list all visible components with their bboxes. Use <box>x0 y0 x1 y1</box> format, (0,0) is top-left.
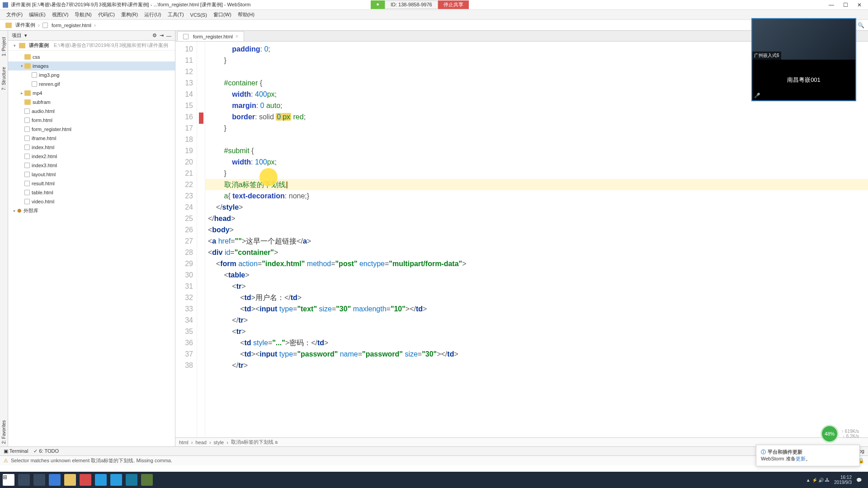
app-icon-3[interactable] <box>141 474 153 486</box>
video-overlay[interactable]: 广州嵌入式6 南昌粤嵌001 🎤 <box>751 18 856 101</box>
search-icon[interactable]: 🔍 <box>858 22 864 28</box>
folder-css[interactable]: css <box>8 52 175 61</box>
status-bar: ⚠ Selector matches unknown element 取消a标签… <box>0 455 868 465</box>
file-video[interactable]: video.html <box>8 197 175 206</box>
start-button[interactable]: ⊞ <box>3 474 14 486</box>
folder-images[interactable]: ▾images <box>8 61 175 70</box>
webstorm-icon[interactable] <box>126 474 137 486</box>
file-form-register[interactable]: form_register.html <box>8 125 175 134</box>
gutter-marks <box>197 42 205 437</box>
tab-project[interactable]: 1: Project <box>0 34 7 59</box>
bottom-toolbar: ▣ Terminal ✓ 6: TODO 📋 Event Log <box>0 446 868 455</box>
edge-icon[interactable] <box>49 474 61 486</box>
breadcrumb: 课件案例 › form_register.html › ▶ ⚙ ■ 🔍 <box>0 20 868 31</box>
taskview-icon[interactable] <box>33 474 45 486</box>
camera-bottom: 南昌粤嵌001 🎤 <box>752 60 855 100</box>
folder-subfram[interactable]: subfram <box>8 98 175 107</box>
breakpoint-icon[interactable] <box>199 113 203 124</box>
share-indicator: ● <box>371 0 385 9</box>
file-index3[interactable]: index3.html <box>8 161 175 170</box>
menu-vcs[interactable]: VCS(S) <box>188 11 210 19</box>
menu-file[interactable]: 文件(F) <box>4 10 25 19</box>
menu-code[interactable]: 代码(C) <box>95 10 118 19</box>
project-tree[interactable]: css ▾images img3.png renren.gif ▸mp4 sub… <box>8 51 175 446</box>
menu-window[interactable]: 窗口(W) <box>211 10 234 19</box>
menu-bar: 文件(F) 编辑(E) 视图(V) 导航(N) 代码(C) 重构(R) 运行(U… <box>0 10 868 20</box>
file-img3[interactable]: img3.png <box>8 70 175 80</box>
collapse-icon[interactable]: ⇥ <box>160 33 164 38</box>
menu-run[interactable]: 运行(U) <box>142 10 164 19</box>
file-table[interactable]: table.html <box>8 188 175 197</box>
todo-tab[interactable]: ✓ 6: TODO <box>33 448 59 454</box>
project-panel: 项目 ▾ ⚙ ⇥ — ▾ 课件案例 E:\粤嵌\暑假合7班\2019年9月3视频… <box>8 31 175 446</box>
line-gutter: 1011121314151617181920212223242526272829… <box>175 42 197 437</box>
menu-nav[interactable]: 导航(N) <box>72 10 94 19</box>
cortana-icon[interactable]: ○ <box>18 474 30 486</box>
menu-help[interactable]: 帮助(H) <box>235 10 257 19</box>
file-layout[interactable]: layout.html <box>8 170 175 179</box>
tray-icons[interactable]: ▲ ⚡ 🔊 🖧 <box>806 478 830 483</box>
window-title: 课件案例 [E:\粤嵌\暑假合7班\2019年9月3视频和资料\课件案例] - … <box>11 1 371 8</box>
menu-edit[interactable]: 编辑(E) <box>26 10 48 19</box>
tab-structure[interactable]: 7: Structure <box>0 64 7 93</box>
stop-share-button[interactable]: 停止共享 <box>438 0 469 9</box>
file-index2[interactable]: index2.html <box>8 152 175 161</box>
update-link[interactable]: 更新 <box>796 456 806 461</box>
app-icon <box>3 2 8 8</box>
camera-label-top: 广州嵌入式6 <box>752 52 781 60</box>
minimize-button[interactable]: — <box>829 2 834 8</box>
mic-muted-icon: 🎤 <box>754 93 760 99</box>
status-message: Selector matches unknown element 取消a标签的下… <box>11 457 172 464</box>
project-root[interactable]: 课件案例 <box>29 42 49 49</box>
action-center-icon[interactable]: 💬 <box>856 478 862 483</box>
left-tool-strip: 1: Project 7: Structure 2: Favorites <box>0 31 8 446</box>
folder-mp4[interactable]: ▸mp4 <box>8 89 175 98</box>
bc-file[interactable]: form_register.html <box>41 22 93 29</box>
maximize-button[interactable]: ☐ <box>843 2 848 8</box>
notification-popup: ⓘ 平台和插件更新 WebStorm 准备更新。 <box>756 445 860 466</box>
hide-icon[interactable]: — <box>166 33 171 38</box>
net-badge: 48% ↑ 619K/s↓ 6.2K/s <box>821 425 859 443</box>
menu-tools[interactable]: 工具(T) <box>165 10 187 19</box>
bc-root[interactable]: 课件案例 <box>4 21 37 29</box>
explorer-icon[interactable] <box>64 474 76 486</box>
terminal-tab[interactable]: ▣ Terminal <box>4 448 28 454</box>
tab-form-register[interactable]: form_register.html× <box>177 31 244 41</box>
close-button[interactable]: ✕ <box>857 2 862 8</box>
chrome-icon[interactable] <box>80 474 91 486</box>
gear-icon[interactable]: ⚙ <box>152 33 157 38</box>
tab-favorites[interactable]: 2: Favorites <box>0 418 7 446</box>
menu-refactor[interactable]: 重构(R) <box>118 10 141 19</box>
share-id: ID: 138-9858-9976 <box>385 0 438 9</box>
panel-title: 项目 <box>12 32 22 39</box>
external-libs[interactable]: ▸⬢外部库 <box>8 206 175 215</box>
app-icon-2[interactable] <box>110 474 122 486</box>
file-form[interactable]: form.html <box>8 116 175 125</box>
file-result[interactable]: result.html <box>8 179 175 188</box>
file-audio[interactable]: audio.html <box>8 107 175 116</box>
app-icon-1[interactable] <box>95 474 107 486</box>
taskbar[interactable]: ⊞ ○ ▲ ⚡ 🔊 🖧 16:122019/9/3 💬 <box>0 472 868 488</box>
camera-top: 广州嵌入式6 <box>752 19 855 60</box>
menu-view[interactable]: 视图(V) <box>49 10 71 19</box>
share-controls: ● ID: 138-9858-9976 停止共享 <box>371 0 468 9</box>
title-bar: 课件案例 [E:\粤嵌\暑假合7班\2019年9月3视频和资料\课件案例] - … <box>0 0 868 10</box>
file-index[interactable]: index.html <box>8 143 175 152</box>
file-renren[interactable]: renren.gif <box>8 80 175 89</box>
close-icon[interactable]: × <box>236 34 238 39</box>
highlight-marker <box>259 168 278 186</box>
file-iframe[interactable]: iframe.html <box>8 134 175 143</box>
